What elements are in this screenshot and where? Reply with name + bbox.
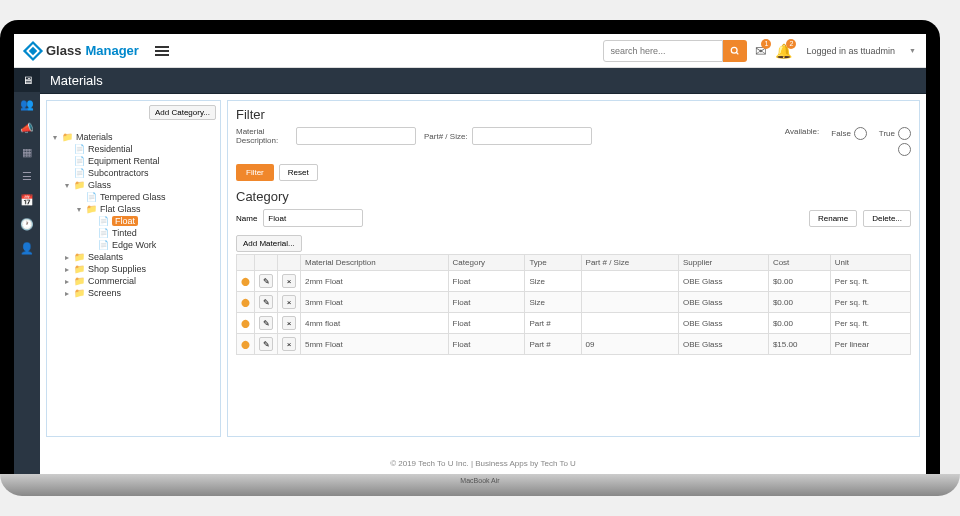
cell-cost: $0.00 — [768, 313, 830, 334]
logo-text-1: Glass — [46, 43, 81, 58]
col-cost[interactable]: Cost — [768, 255, 830, 271]
file-icon: 📄 — [98, 228, 109, 238]
cell-category: Float — [448, 271, 525, 292]
mail-icon[interactable]: ✉1 — [755, 43, 767, 59]
delete-button[interactable]: × — [282, 337, 296, 351]
rename-button[interactable]: Rename — [809, 210, 857, 227]
cell-part: 09 — [581, 334, 678, 355]
tree-item-tinted[interactable]: 📄Tinted — [51, 227, 216, 239]
tree-item-edge-work[interactable]: 📄Edge Work — [51, 239, 216, 251]
table-row: ⬤✎×5mm FloatFloatPart #09OBE Glass$15.00… — [237, 334, 911, 355]
col-supplier[interactable]: Supplier — [678, 255, 768, 271]
logo[interactable]: GlassManager — [24, 42, 139, 60]
menu-toggle[interactable] — [155, 46, 169, 56]
nav-announce[interactable]: 📣 — [14, 116, 40, 140]
drag-icon[interactable]: ⬤ — [241, 319, 250, 328]
logo-icon — [20, 38, 45, 63]
cell-supplier: OBE Glass — [678, 271, 768, 292]
search-input[interactable] — [603, 40, 723, 62]
available-true[interactable]: True — [879, 127, 911, 140]
laptop-base — [0, 474, 960, 496]
tree-item-screens[interactable]: ▸📁Screens — [51, 287, 216, 299]
delete-button[interactable]: × — [282, 274, 296, 288]
nav-clock[interactable]: 🕐 — [14, 212, 40, 236]
search-button[interactable] — [723, 40, 747, 62]
delete-button[interactable]: × — [282, 295, 296, 309]
cell-desc: 3mm Float — [301, 292, 449, 313]
page-title: Materials — [40, 68, 926, 94]
nav-dashboard[interactable]: 🖥 — [14, 68, 40, 92]
filter-button[interactable]: Filter — [236, 164, 274, 181]
nav-list[interactable]: ☰ — [14, 164, 40, 188]
col-type[interactable]: Type — [525, 255, 581, 271]
delete-button[interactable]: × — [282, 316, 296, 330]
mail-badge: 1 — [761, 39, 771, 49]
cell-category: Float — [448, 292, 525, 313]
col-part-size[interactable]: Part # / Size — [581, 255, 678, 271]
drag-icon[interactable]: ⬤ — [241, 277, 250, 286]
tree-item-subcontractors[interactable]: 📄Subcontractors — [51, 167, 216, 179]
edit-button[interactable]: ✎ — [259, 316, 273, 330]
col-material-description[interactable]: Material Description — [301, 255, 449, 271]
folder-icon: 📁 — [74, 276, 85, 286]
edit-button[interactable]: ✎ — [259, 295, 273, 309]
search-icon — [730, 46, 740, 56]
nav-calendar[interactable]: 📅 — [14, 188, 40, 212]
file-icon: 📄 — [98, 216, 109, 226]
add-material-button[interactable]: Add Material... — [236, 235, 302, 252]
add-category-button[interactable]: Add Category... — [149, 105, 216, 120]
edit-button[interactable]: ✎ — [259, 274, 273, 288]
cell-supplier: OBE Glass — [678, 292, 768, 313]
file-icon: 📄 — [74, 156, 85, 166]
category-title: Category — [236, 189, 911, 204]
nav-grid[interactable]: ▦ — [14, 140, 40, 164]
file-icon: 📄 — [98, 240, 109, 250]
filter-material-input[interactable] — [296, 127, 416, 145]
file-icon: 📄 — [74, 168, 85, 178]
category-tree: ▾📁Materials📄Residential📄Equipment Rental… — [51, 131, 216, 299]
materials-table: Material DescriptionCategoryTypePart # /… — [236, 254, 911, 355]
nav-user[interactable]: 👤 — [14, 236, 40, 260]
delete-category-button[interactable]: Delete... — [863, 210, 911, 227]
cell-category: Float — [448, 313, 525, 334]
tree-item-equipment-rental[interactable]: 📄Equipment Rental — [51, 155, 216, 167]
cell-part — [581, 313, 678, 334]
name-input[interactable] — [263, 209, 363, 227]
cell-supplier: OBE Glass — [678, 334, 768, 355]
available-false[interactable]: False — [831, 127, 867, 140]
tree-item-float[interactable]: 📄Float — [51, 215, 216, 227]
col-unit[interactable]: Unit — [830, 255, 910, 271]
drag-icon[interactable]: ⬤ — [241, 298, 250, 307]
name-label: Name — [236, 214, 257, 223]
edit-button[interactable]: ✎ — [259, 337, 273, 351]
folder-icon: 📁 — [74, 180, 85, 190]
filter-part-label: Part# / Size: — [424, 132, 468, 141]
category-tree-panel: Add Category... ▾📁Materials📄Residential📄… — [46, 100, 221, 437]
cell-desc: 5mm Float — [301, 334, 449, 355]
reset-button[interactable]: Reset — [279, 164, 318, 181]
tree-item-sealants[interactable]: ▸📁Sealants — [51, 251, 216, 263]
cell-desc: 4mm float — [301, 313, 449, 334]
cell-type: Size — [525, 292, 581, 313]
footer-text: © 2019 Tech To U Inc. | Business Apps by… — [40, 443, 926, 474]
filter-part-input[interactable] — [472, 127, 592, 145]
tree-item-shop-supplies[interactable]: ▸📁Shop Supplies — [51, 263, 216, 275]
tree-item-materials[interactable]: ▾📁Materials — [51, 131, 216, 143]
nav-customers[interactable]: 👥 — [14, 92, 40, 116]
bell-icon[interactable]: 🔔2 — [775, 43, 792, 59]
cell-unit: Per sq. ft. — [830, 313, 910, 334]
tree-item-flat-glass[interactable]: ▾📁Flat Glass — [51, 203, 216, 215]
tree-item-residential[interactable]: 📄Residential — [51, 143, 216, 155]
col-category[interactable]: Category — [448, 255, 525, 271]
drag-icon[interactable]: ⬤ — [241, 340, 250, 349]
folder-icon: 📁 — [74, 264, 85, 274]
folder-icon: 📁 — [86, 204, 97, 214]
cell-unit: Per sq. ft. — [830, 271, 910, 292]
table-row: ⬤✎×2mm FloatFloatSizeOBE Glass$0.00Per s… — [237, 271, 911, 292]
tree-item-tempered-glass[interactable]: 📄Tempered Glass — [51, 191, 216, 203]
tree-item-glass[interactable]: ▾📁Glass — [51, 179, 216, 191]
user-dropdown-icon[interactable]: ▼ — [909, 47, 916, 54]
user-info[interactable]: Logged in as ttuadmin — [800, 46, 901, 56]
tree-item-commercial[interactable]: ▸📁Commercial — [51, 275, 216, 287]
available-none[interactable] — [898, 143, 911, 156]
